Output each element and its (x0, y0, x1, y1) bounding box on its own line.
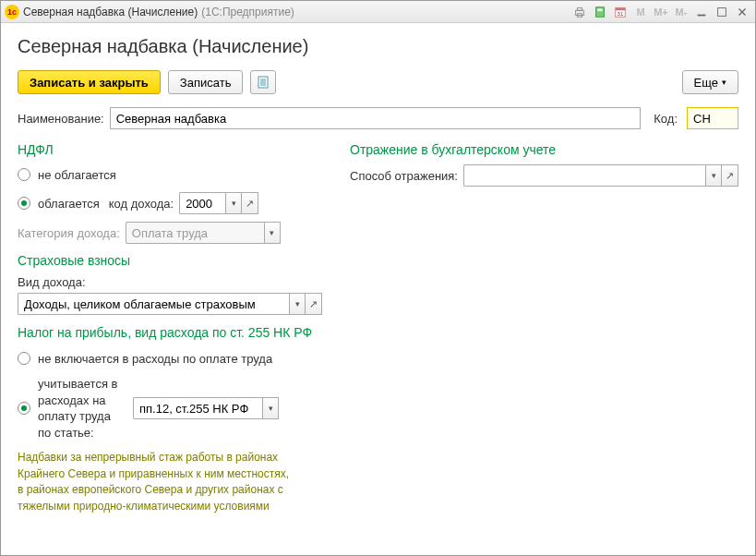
profit-excluded-label: не включается в расходы по оплате труда (38, 352, 272, 366)
insurance-kind-combo: ▾ ↗ (18, 293, 322, 315)
income-code-input[interactable] (179, 192, 225, 214)
insurance-title: Страховые взносы (18, 253, 322, 268)
insurance-kind-dropdown-button[interactable]: ▾ (289, 293, 306, 315)
chevron-down-icon: ▾ (722, 78, 726, 87)
insurance-kind-label: Вид дохода: (18, 275, 317, 289)
save-and-close-button[interactable]: Записать и закрыть (18, 70, 161, 94)
profit-tax-title: Налог на прибыль, вид расхода по ст. 255… (18, 324, 322, 341)
memory-m-icon[interactable]: M (631, 4, 650, 20)
code-label: Код: (654, 112, 678, 126)
memory-mminus-icon[interactable]: M- (672, 4, 690, 20)
income-code-dropdown-button[interactable]: ▾ (225, 192, 242, 214)
income-code-open-button[interactable]: ↗ (242, 192, 258, 214)
profit-included-radio[interactable] (18, 402, 30, 415)
name-row: Наименование: Код: (18, 107, 738, 129)
ndfl-title: НДФЛ (18, 142, 322, 157)
svg-rect-9 (718, 7, 726, 16)
description-text: Надбавки за непрерывный стаж работы в ра… (18, 450, 294, 514)
report-button[interactable] (250, 70, 276, 94)
profit-article-dropdown-button[interactable]: ▾ (262, 397, 279, 419)
ndfl-taxed-label: облагается (38, 197, 100, 211)
name-input[interactable] (110, 107, 642, 129)
ndfl-not-taxed-radio[interactable] (18, 168, 30, 181)
income-code-combo: ▾ ↗ (179, 192, 258, 214)
svg-rect-3 (596, 6, 605, 17)
more-label: Еще (694, 76, 718, 90)
profit-article-combo: ▾ (133, 397, 279, 419)
category-combo: ▾ (126, 222, 281, 244)
profit-article-input[interactable] (133, 397, 262, 419)
category-dropdown-button: ▾ (264, 222, 281, 244)
accounting-method-input[interactable] (463, 164, 705, 187)
code-input[interactable] (687, 107, 738, 129)
maximize-icon[interactable] (713, 4, 731, 20)
calculator-icon[interactable] (591, 4, 609, 20)
accounting-method-open-button[interactable]: ↗ (722, 164, 738, 187)
calendar-icon[interactable]: 31 (611, 4, 630, 20)
window-title: Северная надбавка (Начисление) (23, 6, 198, 18)
print-icon[interactable] (570, 4, 589, 20)
toolbar: Записать и закрыть Записать Еще▾ (18, 70, 738, 94)
close-icon[interactable] (733, 4, 751, 20)
content: Северная надбавка (Начисление) Записать … (1, 23, 755, 555)
category-input (126, 222, 264, 244)
category-label: Категория дохода: (18, 226, 120, 240)
accounting-method-combo: ▾ ↗ (463, 164, 738, 187)
window: 1c Северная надбавка (Начисление) (1С:Пр… (0, 0, 756, 556)
accounting-title: Отражение в бухгалтерском учете (350, 142, 738, 157)
insurance-kind-open-button[interactable]: ↗ (306, 293, 322, 315)
save-button[interactable]: Записать (168, 70, 244, 94)
accounting-method-label: Способ отражения: (350, 169, 458, 183)
page-title: Северная надбавка (Начисление) (18, 36, 738, 57)
insurance-kind-input[interactable] (18, 293, 289, 315)
more-button[interactable]: Еще▾ (682, 70, 738, 94)
minimize-icon[interactable] (692, 4, 711, 20)
profit-excluded-radio[interactable] (18, 352, 30, 365)
income-code-label: код дохода: (109, 197, 174, 211)
window-subtitle: (1С:Предприятие) (201, 6, 294, 18)
profit-included-label: учитывается в расходах на оплату труда п… (38, 376, 126, 441)
name-label: Наименование: (18, 112, 104, 126)
memory-mplus-icon[interactable]: M+ (652, 4, 670, 20)
svg-rect-4 (597, 8, 602, 11)
svg-rect-1 (577, 7, 582, 10)
ndfl-taxed-radio[interactable] (18, 197, 30, 210)
svg-text:31: 31 (618, 9, 624, 16)
app-icon: 1c (5, 5, 19, 19)
ndfl-not-taxed-label: не облагается (38, 168, 116, 182)
titlebar: 1c Северная надбавка (Начисление) (1С:Пр… (1, 1, 755, 23)
svg-rect-12 (258, 77, 268, 88)
accounting-method-dropdown-button[interactable]: ▾ (705, 164, 722, 187)
